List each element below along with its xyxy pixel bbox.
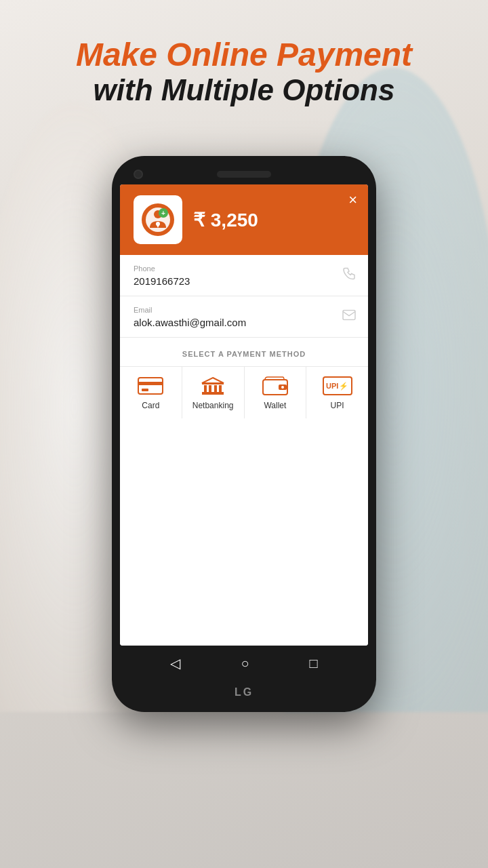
svg-rect-15 (219, 385, 222, 392)
app-logo-icon: + (140, 202, 176, 237)
phone-bottom-nav: ◁ ○ □ (120, 646, 368, 681)
email-icon (342, 310, 356, 324)
svg-rect-17 (202, 393, 224, 395)
email-field: Email alok.awasthi@gmail.com (120, 296, 368, 338)
svg-marker-10 (202, 378, 224, 383)
svg-rect-6 (343, 311, 355, 320)
home-button[interactable]: ○ (241, 656, 249, 671)
phone-speaker (217, 171, 271, 178)
phone-top-bar (120, 168, 368, 184)
svg-rect-16 (202, 392, 224, 393)
headline-line1: Make Online Payment (0, 37, 488, 73)
headline-section: Make Online Payment with Multiple Option… (0, 37, 488, 107)
back-button[interactable]: ◁ (170, 655, 180, 671)
svg-rect-8 (138, 382, 163, 385)
phone-label: Phone (134, 264, 354, 273)
lg-branding: LG (235, 686, 253, 698)
email-value: alok.awasthi@gmail.com (134, 317, 246, 328)
headline-line2: with Multiple Options (0, 73, 488, 108)
card-label: Card (142, 401, 159, 410)
upi-label: UPI (331, 401, 344, 410)
form-area: Phone 2019166723 Email alok.awasthi@gmai… (120, 255, 368, 646)
payment-methods-grid: Card (120, 366, 368, 418)
phone-icon (342, 267, 356, 284)
svg-point-20 (281, 386, 284, 389)
svg-rect-12 (204, 385, 207, 392)
payment-method-wallet[interactable]: Wallet (245, 367, 307, 418)
payment-section-title: SELECT A PAYMENT METHOD (120, 350, 368, 358)
svg-rect-9 (142, 389, 148, 391)
email-label: Email (134, 306, 354, 314)
svg-text:+: + (161, 210, 165, 217)
wallet-icon (262, 376, 289, 395)
payment-method-upi[interactable]: UPI ⚡ UPI (306, 367, 368, 418)
payment-section: SELECT A PAYMENT METHOD Card (120, 338, 368, 418)
netbanking-label: Netbanking (192, 401, 234, 410)
payment-method-netbanking[interactable]: Netbanking (182, 367, 245, 418)
phone-screen: + ₹ 3,250 × Phone 2019166723 Email alok.… (120, 184, 368, 646)
close-button[interactable]: × (348, 193, 357, 208)
svg-rect-11 (202, 383, 224, 384)
upi-lightning-icon: ⚡ (339, 382, 348, 391)
wallet-label: Wallet (264, 401, 286, 410)
phone-field: Phone 2019166723 (120, 255, 368, 296)
svg-rect-7 (138, 378, 163, 394)
svg-rect-13 (209, 385, 211, 392)
recent-button[interactable]: □ (309, 656, 317, 671)
bank-icon (199, 376, 226, 395)
phone-camera (134, 170, 143, 179)
app-logo-box: + (134, 195, 182, 244)
upi-badge: UPI ⚡ (323, 376, 352, 395)
card-icon (137, 376, 164, 395)
payment-method-card[interactable]: Card (120, 367, 182, 418)
svg-rect-14 (214, 385, 217, 392)
phone-value: 2019166723 (134, 275, 190, 287)
app-amount: ₹ 3,250 (193, 209, 354, 231)
app-header: + ₹ 3,250 × (120, 184, 368, 255)
phone-frame: + ₹ 3,250 × Phone 2019166723 Email alok.… (112, 156, 376, 712)
